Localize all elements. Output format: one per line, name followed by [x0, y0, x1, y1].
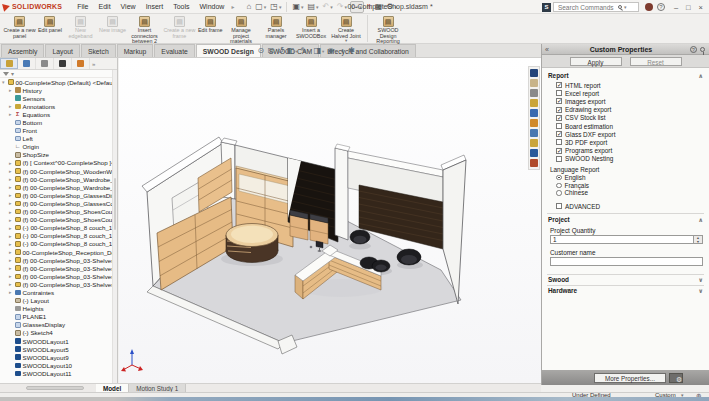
new-document-icon[interactable]: ▢▾ [254, 1, 267, 13]
radio-row-chinese[interactable]: Chinese [547, 189, 704, 197]
annotation-views-icon[interactable]: ✎▾ [300, 46, 310, 56]
create-a-new-panel-button[interactable]: ▤Create a new panel [2, 15, 37, 39]
tree-item-sketch4[interactable]: (-) Sketch4 [0, 329, 117, 337]
tree-scrollbar[interactable] [112, 70, 117, 383]
dropdown-caret-icon[interactable]: ▾ [322, 49, 324, 54]
dropdown-caret-icon[interactable]: ▾ [295, 49, 297, 54]
view-settings-icon[interactable]: ✱▾ [348, 46, 358, 56]
swood-tool-icon-1[interactable] [530, 69, 538, 77]
swood-tool-icon-3[interactable] [530, 89, 538, 97]
tree-item-heights[interactable]: Heights [0, 305, 117, 313]
apply-button[interactable]: Apply [570, 57, 622, 66]
advanced-checkbox-row[interactable]: ADVANCED [547, 202, 704, 211]
user-avatar-icon[interactable] [645, 3, 653, 11]
tree-item-contraintes[interactable]: ▸Contraintes [0, 288, 117, 296]
configurationmanager-tab[interactable] [36, 58, 54, 69]
zoom-to-fit-icon[interactable]: ⊙ [258, 46, 265, 56]
dropdown-caret-icon[interactable]: ▾ [345, 39, 347, 43]
tree-item-annotations[interactable]: ▸Annotations [0, 102, 117, 110]
tab-markup[interactable]: Markup [117, 44, 154, 57]
menu-file[interactable]: File [72, 3, 93, 10]
search-box[interactable]: ▾ [553, 2, 639, 12]
tree-filter[interactable]: ▾ [0, 70, 117, 78]
graphics-area[interactable] [119, 58, 541, 383]
checkbox-row-csv-stock-list[interactable]: ✓CSV Stock list [547, 114, 704, 122]
tree-item-f-00-completeshop-03-shelves[interactable]: ▸(f) 00-CompleteShop_03-Shelves_5<1> [0, 264, 117, 272]
panels-manager-button[interactable]: ▤Panels manager [259, 15, 294, 39]
tree-item-00-completeshop-reception-desk[interactable]: ▸00-CompleteShop_Reception_Desk_1<1 [0, 248, 117, 256]
checkbox-csv-stock-list[interactable]: ✓ [556, 115, 562, 121]
more-properties-button[interactable]: More Properties... [594, 373, 666, 383]
swood-tool-icon-8[interactable] [530, 139, 538, 147]
open-document-icon[interactable]: ◳▾ [269, 1, 282, 13]
panel-pin-icon[interactable] [700, 47, 705, 52]
tree-item-plane1[interactable]: PLANE1 [0, 313, 117, 321]
featuremanager-tree-tab[interactable] [0, 58, 18, 69]
checkbox-programs-export[interactable]: ✓ [556, 148, 562, 154]
tree-item-swoodlayout11[interactable]: SWOODLayout11 [0, 369, 117, 377]
checkbox-row-images-export[interactable]: ✓Images export [547, 97, 704, 105]
section-report[interactable]: Report ∧ [547, 70, 704, 81]
tree-item-sensors[interactable]: Sensors [0, 94, 117, 102]
tree-item-swoodlayout5[interactable]: SWOODLayout5 [0, 345, 117, 353]
tree-item-00-completeshop-8-couch-1[interactable]: ▸(-) 00-CompleteShop_8 couch_1<2> (D- [0, 232, 117, 240]
checkbox-edrawing-export[interactable]: ✓ [556, 107, 562, 113]
search-caret-icon[interactable]: ▾ [624, 4, 627, 10]
panel-help-icon[interactable]: ? [690, 46, 697, 53]
dropdown-caret-icon[interactable]: ▾ [335, 49, 337, 54]
swood-tool-icon-10[interactable] [530, 159, 538, 167]
tree-item-f-context-00-completeshop[interactable]: ▸(f) [ Context^00-CompleteShop ]<1> - [0, 159, 117, 167]
tree-item-f-00-completeshop-wardrobe-1[interactable]: ▸(f) 00-CompleteShop_Wardrobe_1<2> ( [0, 175, 117, 183]
tree-item-f-00-completeshop-shoescount[interactable]: ▸(f) 00-CompleteShop_ShoesCounter_3< [0, 208, 117, 216]
tree-item-00-completeshop-8-couch-1[interactable]: ▸(-) 00-CompleteShop_8 couch_1<1> (D- [0, 224, 117, 232]
tab-evaluate[interactable]: Evaluate [154, 44, 194, 57]
edit-panel-button[interactable]: ▤Edit panel [37, 15, 63, 34]
manage-project-materials-button[interactable]: ▤Manage project materials [224, 15, 259, 45]
section-hardware[interactable]: Hardware∨ [547, 285, 704, 296]
dimxpertmanager-tab[interactable] [54, 58, 72, 69]
chevron-up-icon[interactable]: ∧ [698, 72, 703, 79]
swood-design-reporting-button[interactable]: ▤SWOOD Design Reporting [371, 15, 406, 45]
close-button[interactable]: × [695, 3, 707, 12]
radio-fran-ais[interactable] [556, 183, 562, 189]
checkbox-row-programs-export[interactable]: ✓Programs export [547, 147, 704, 155]
swood-tool-icon-4[interactable] [530, 99, 538, 107]
checkbox-row-glass-dxf-export[interactable]: ✓Glass DXF export [547, 130, 704, 138]
checkbox-board-estimation[interactable] [556, 123, 562, 129]
menu-window[interactable]: Window [194, 3, 229, 10]
radio-row-fran-ais[interactable]: Français [547, 181, 704, 189]
checkbox-images-export[interactable]: ✓ [556, 98, 562, 104]
edit-appearance-icon[interactable]: ◐ [340, 46, 345, 56]
tab-swood-design[interactable]: SWOOD Design [196, 44, 261, 57]
swood-tool-icon-7[interactable] [530, 129, 538, 137]
display-style-icon[interactable]: ◨▾ [313, 46, 324, 56]
properties-settings-gear-icon[interactable]: ⚙ [669, 373, 683, 383]
checkbox-row-edrawing-export[interactable]: ✓Edrawing export [547, 106, 704, 114]
restore-button[interactable]: □ [682, 3, 695, 12]
tree-item-swoodlayout10[interactable]: SWOODLayout10 [0, 361, 117, 369]
tree-item-f-00-completeshop-glassesdis[interactable]: ▸(f) 00-CompleteShop_GlassesDisplay_2< [0, 191, 117, 199]
tree-item-f-00-completeshop-03-shelves[interactable]: ▸(f) 00-CompleteShop_03-Shelves_7<1> [0, 280, 117, 288]
insert-a-swoodbox-button[interactable]: ▤Insert a SWOODBox [294, 15, 329, 39]
reset-button[interactable]: Reset [630, 57, 682, 66]
previous-view-icon[interactable]: ↺ [277, 46, 284, 56]
dropdown-caret-icon[interactable]: ▾ [308, 49, 310, 54]
swood-tool-icon-5[interactable] [530, 109, 538, 117]
tree-item-bottom[interactable]: Bottom [0, 118, 117, 126]
dropdown-caret-icon[interactable]: ▾ [356, 49, 358, 54]
swood-tool-icon-9[interactable] [530, 149, 538, 157]
tree-item-f-00-completeshop-shoescount[interactable]: ▸(f) 00-CompleteShop_ShoesCounter_4< [0, 216, 117, 224]
menu-view[interactable]: View [116, 3, 141, 10]
checkbox-html-report[interactable]: ✓ [556, 82, 562, 88]
tree-item-swoodlayout1[interactable]: SWOODLayout1 [0, 337, 117, 345]
zoom-to-area-icon[interactable]: ⊡ [267, 46, 274, 56]
hide-show-items-icon[interactable]: ◉▾ [327, 46, 337, 56]
radio-row-english[interactable]: English [547, 174, 704, 182]
tab-sketch[interactable]: Sketch [81, 44, 116, 57]
tree-item-f-00-completeshop-glassescou[interactable]: ▸(f) 00-CompleteShop_GlassesCounter_6 [0, 199, 117, 207]
tree-item-f-00-completeshop-03-shelves[interactable]: ▸(f) 00-CompleteShop_03-Shelves_4<1> [0, 256, 117, 264]
create-halved-joint-button[interactable]: ▤Create Halved Joint▾ [329, 15, 364, 43]
displaymanager-tab[interactable] [72, 58, 90, 69]
swood-tool-icon-6[interactable] [530, 119, 538, 127]
tree-item-00-completeshop-default-def[interactable]: ▾00-CompleteShop (Default) <Default_Disp… [0, 78, 117, 86]
